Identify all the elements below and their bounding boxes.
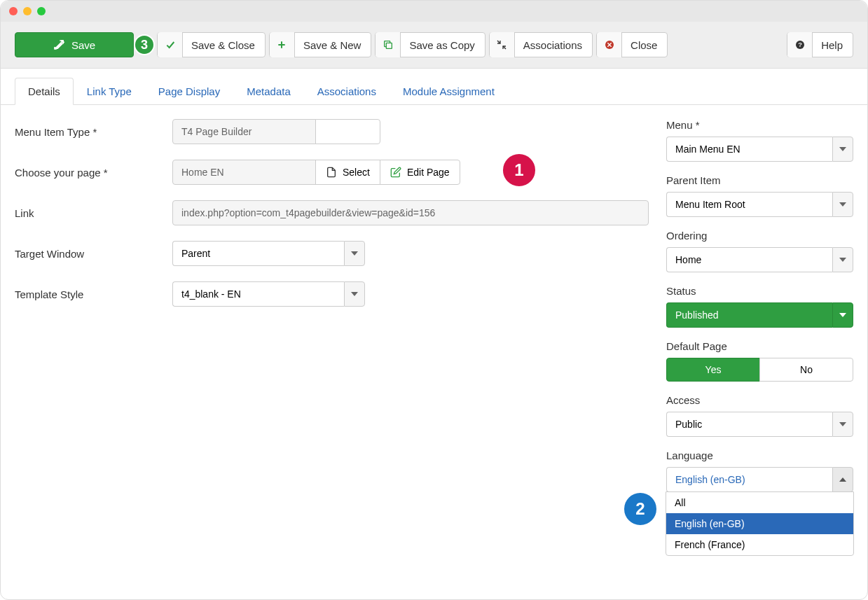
save-close-button[interactable]: Save & Close xyxy=(157,32,266,57)
svg-marker-16 xyxy=(351,251,358,256)
tab-metadata[interactable]: Metadata xyxy=(233,78,304,105)
associations-button[interactable]: Associations xyxy=(489,32,593,57)
svg-marker-20 xyxy=(839,258,846,262)
caret-down-icon xyxy=(344,281,365,307)
caret-up-icon xyxy=(832,467,853,492)
svg-marker-23 xyxy=(839,477,846,482)
close-label: Close xyxy=(631,39,657,51)
status-select[interactable]: Published xyxy=(666,302,853,328)
language-dropdown: All English (en-GB) French (France) xyxy=(666,491,854,556)
default-no-button[interactable]: No xyxy=(759,358,853,382)
label-menu-item-type: Menu Item Type * xyxy=(15,126,172,138)
field-access: Access Public xyxy=(666,394,853,437)
field-ordering: Ordering Home xyxy=(666,230,853,272)
parent-value: Menu Item Root xyxy=(666,192,832,217)
select-menu-type-button[interactable]: Select xyxy=(315,119,380,144)
row-target-window: Target Window Parent xyxy=(15,241,649,266)
label-access: Access xyxy=(666,394,853,406)
menu-value: Main Menu EN xyxy=(666,137,832,162)
ordering-value: Home xyxy=(666,247,832,272)
default-yes-button[interactable]: Yes xyxy=(666,358,760,382)
language-option-all[interactable]: All xyxy=(666,492,853,513)
label-template-style: Template Style xyxy=(15,288,172,300)
caret-down-icon xyxy=(832,137,853,162)
edit-page-label: Edit Page xyxy=(407,167,450,178)
choose-page-value: Home EN xyxy=(172,160,316,185)
list-icon xyxy=(326,126,337,137)
save-button[interactable]: Save xyxy=(15,32,134,57)
svg-marker-22 xyxy=(839,422,846,426)
caret-down-icon xyxy=(832,412,853,437)
field-language: Language English (en-GB) All English (en… xyxy=(666,449,853,492)
tab-associations[interactable]: Associations xyxy=(304,78,390,105)
save-new-label: Save & New xyxy=(303,39,361,51)
svg-marker-21 xyxy=(839,313,846,317)
tab-link-type[interactable]: Link Type xyxy=(74,78,145,105)
svg-rect-11 xyxy=(330,128,336,130)
field-default-page: Default Page Yes No xyxy=(666,340,853,382)
select-page-button[interactable]: Select xyxy=(315,160,380,185)
toolbar: Save 3 Save & Close Save & New Save as C… xyxy=(1,22,867,69)
field-parent: Parent Item Menu Item Root xyxy=(666,174,853,217)
associations-label: Associations xyxy=(523,39,582,51)
status-value: Published xyxy=(666,302,832,328)
select-page-label: Select xyxy=(343,167,370,178)
svg-rect-2 xyxy=(386,43,392,48)
menu-select[interactable]: Main Menu EN xyxy=(666,137,853,162)
language-option-en[interactable]: English (en-GB) xyxy=(666,513,853,534)
annotation-badge-2: 2 xyxy=(623,491,658,526)
label-status: Status xyxy=(666,285,853,297)
file-icon xyxy=(326,167,337,178)
close-window-icon[interactable] xyxy=(9,7,18,15)
main-column: Menu Item Type * T4 Page Builder Select … xyxy=(15,119,649,505)
label-parent: Parent Item xyxy=(666,174,853,186)
ordering-select[interactable]: Home xyxy=(666,247,853,272)
svg-rect-14 xyxy=(327,134,329,135)
help-button[interactable]: ? Help xyxy=(787,32,853,57)
minimize-window-icon[interactable] xyxy=(23,7,32,15)
edit-icon xyxy=(55,39,66,50)
template-style-value: t4_blank - EN xyxy=(172,281,344,307)
language-option-fr[interactable]: French (France) xyxy=(666,534,853,555)
caret-down-icon xyxy=(832,247,853,272)
save-copy-label: Save as Copy xyxy=(409,39,474,51)
access-select[interactable]: Public xyxy=(666,412,853,437)
annotation-badge-1: 1 xyxy=(502,153,537,188)
plus-icon xyxy=(276,39,287,50)
annotation-badge-3: 3 xyxy=(134,34,155,55)
edit-page-button[interactable]: Edit Page xyxy=(380,160,460,185)
svg-rect-12 xyxy=(327,131,329,132)
tab-module-assignment[interactable]: Module Assignment xyxy=(390,78,508,105)
label-link: Link xyxy=(15,207,172,219)
parent-select[interactable]: Menu Item Root xyxy=(666,192,853,217)
label-ordering: Ordering xyxy=(666,230,853,242)
target-window-select[interactable]: Parent xyxy=(172,241,365,266)
language-value: English (en-GB) xyxy=(666,467,832,492)
tab-details[interactable]: Details xyxy=(15,78,74,105)
save-new-button[interactable]: Save & New xyxy=(269,32,372,57)
target-window-value: Parent xyxy=(172,241,344,266)
svg-rect-10 xyxy=(327,128,329,130)
label-language: Language xyxy=(666,449,853,461)
language-select[interactable]: English (en-GB) All English (en-GB) Fren… xyxy=(666,467,853,492)
caret-down-icon xyxy=(832,192,853,217)
template-style-select[interactable]: t4_blank - EN xyxy=(172,281,365,307)
close-button[interactable]: Close xyxy=(596,32,668,57)
label-menu: Menu * xyxy=(666,119,853,131)
contract-icon xyxy=(496,39,507,50)
row-choose-page: Choose your page * Home EN Select Edit P… xyxy=(15,160,649,185)
cancel-icon xyxy=(604,39,615,50)
label-target-window: Target Window xyxy=(15,248,172,260)
svg-text:?: ? xyxy=(798,41,802,48)
pencil-icon xyxy=(390,167,401,178)
row-menu-item-type: Menu Item Type * T4 Page Builder Select xyxy=(15,119,649,144)
tab-bar: Details Link Type Page Display Metadata … xyxy=(1,69,867,105)
save-copy-button[interactable]: Save as Copy xyxy=(375,32,485,57)
tab-page-display[interactable]: Page Display xyxy=(145,78,233,105)
svg-marker-17 xyxy=(351,292,358,296)
help-label: Help xyxy=(821,39,843,51)
maximize-window-icon[interactable] xyxy=(37,7,46,15)
side-column: Menu * Main Menu EN Parent Item Menu Ite… xyxy=(666,119,853,505)
save-close-label: Save & Close xyxy=(191,39,255,51)
row-template-style: Template Style t4_blank - EN xyxy=(15,281,649,307)
